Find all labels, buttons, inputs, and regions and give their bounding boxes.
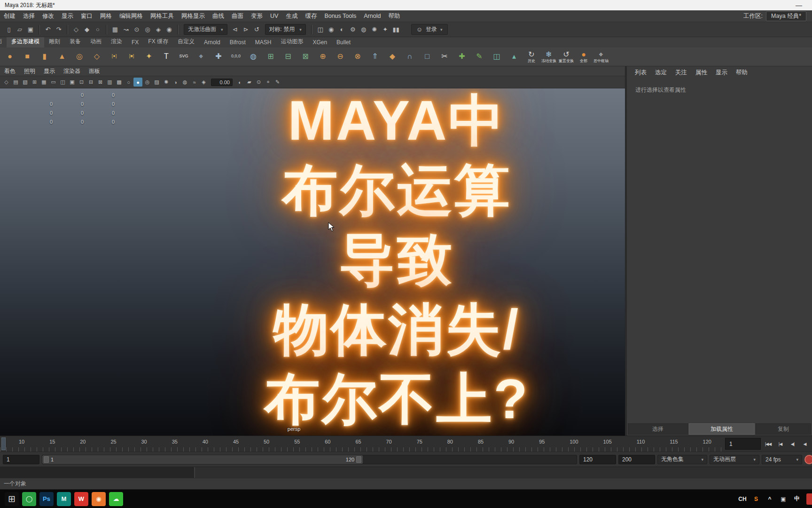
live-surface-dropdown[interactable]: 无激活曲面 ▾ (184, 24, 227, 35)
photoshop-icon[interactable]: Ps (39, 492, 54, 506)
range-slider[interactable]: 1 120 (42, 455, 577, 464)
wireframe-on-shaded-icon[interactable]: ◎ (143, 78, 152, 87)
symmetry-dropdown[interactable]: 对称: 禁用 ▾ (265, 24, 306, 35)
poly-cube-icon[interactable]: ■ (19, 48, 35, 65)
view-transform-icon[interactable]: ▰ (245, 78, 254, 87)
attribute-editor-menu-item[interactable]: 选定 (652, 68, 670, 78)
shelf-tab[interactable]: 雕刻 (44, 37, 65, 48)
copy-tab-button[interactable]: 复制 (756, 423, 811, 435)
boolean-difference-icon[interactable]: ⊖ (332, 48, 348, 65)
gate-mask-icon[interactable]: ▣ (68, 78, 77, 87)
boolean-intersection-icon[interactable]: ⊗ (350, 48, 366, 65)
motion-blur-icon[interactable]: ≈ (190, 78, 199, 87)
extrude-icon[interactable]: ⇑ (367, 48, 383, 65)
shelf-tab[interactable]: Arnold (199, 38, 225, 48)
pan-zoom-icon[interactable]: ⊞ (30, 78, 39, 87)
interactive-cube-icon[interactable]: [■] (124, 48, 140, 65)
ipr-render-icon[interactable]: ◐ (337, 24, 347, 35)
menu-item[interactable]: 修改 (39, 10, 58, 22)
go-to-range-start-button[interactable]: |◀◀ (762, 438, 774, 450)
menu-item[interactable]: Arnold (360, 10, 384, 22)
poly-cone-icon[interactable]: ▲ (54, 48, 70, 65)
construction-history-shelf-icon[interactable]: ↻ 历史 (523, 48, 539, 65)
smooth-mesh-icon[interactable]: ◍ (245, 48, 261, 65)
panel-menu-item[interactable]: 着色 (0, 66, 20, 76)
isolate-select-icon[interactable]: ⊙ (254, 78, 263, 87)
shelf-tab[interactable]: Bifrost (225, 38, 250, 48)
auto-keyframe-button[interactable] (804, 454, 812, 465)
orange-app-icon[interactable]: ◉ (92, 492, 106, 506)
construction-history-icon[interactable]: ↺ (252, 24, 262, 35)
grease-pencil-icon[interactable]: ✎ (273, 78, 282, 87)
shelf-tab[interactable]: 曲面 (0, 37, 7, 48)
attribute-editor-menu-item[interactable]: 关注 (672, 68, 690, 78)
playback-end-field[interactable]: 120 (579, 455, 616, 464)
menu-item[interactable]: Bonus Tools (320, 10, 360, 22)
snapshot-icon[interactable]: ⌖ (264, 78, 273, 87)
snap-to-plane-icon[interactable]: ◈ (153, 24, 164, 35)
snap-to-curve-icon[interactable]: ↝ (121, 24, 131, 35)
menu-item[interactable]: 网格 (96, 10, 116, 22)
menu-item[interactable]: 曲面 (228, 10, 247, 22)
poly-torus-icon[interactable]: ◎ (71, 48, 87, 65)
shelf-tab[interactable]: MASH (250, 38, 276, 48)
minimize-button[interactable]: — (790, 1, 807, 9)
quad-draw-icon[interactable]: ✎ (471, 48, 487, 65)
type-tool-icon[interactable]: T (158, 48, 174, 65)
interactive-sphere-icon[interactable]: [●] (106, 48, 122, 65)
menu-item[interactable]: 选择 (19, 10, 39, 22)
undo-icon[interactable]: ↶ (43, 24, 53, 35)
ambient-occlusion-icon[interactable]: ◍ (180, 78, 189, 87)
super-shape-icon[interactable]: ✦ (141, 48, 157, 65)
step-back-frame-button[interactable]: |◀ (774, 438, 786, 450)
poly-sphere-icon[interactable]: ● (2, 48, 18, 65)
menu-item[interactable]: 变形 (247, 10, 266, 22)
open-scene-icon[interactable]: ▱ (15, 24, 25, 35)
current-time-indicator[interactable] (1, 437, 6, 450)
shelf-tab[interactable]: 渲染 (106, 37, 127, 48)
hud-toggle-icon[interactable]: ▥ (105, 78, 114, 87)
attribute-editor-menu-item[interactable]: 列表 (632, 68, 650, 78)
attribute-editor-menu-item[interactable]: 显示 (712, 68, 731, 78)
current-frame-field[interactable]: 1 (725, 438, 761, 450)
shaded-mode-icon[interactable]: ● (133, 78, 142, 87)
character-set-dropdown[interactable]: 无角色集 ▾ (657, 455, 707, 464)
redo-icon[interactable]: ↷ (54, 24, 64, 35)
select-object-icon[interactable]: ◆ (82, 24, 92, 35)
ime-mode-indicator[interactable]: CH (738, 493, 747, 505)
menu-item[interactable]: UV (266, 10, 282, 22)
shelf-tab[interactable]: FX 缓存 (143, 37, 173, 48)
freeze-transform-icon[interactable]: ❄ 冻结变换 (541, 48, 557, 65)
animation-end-field[interactable]: 200 (618, 455, 655, 464)
workspace-value[interactable]: Maya 经典* (766, 11, 806, 21)
select-component-icon[interactable]: ○ (93, 24, 103, 35)
shelf-tab[interactable]: 动画 (86, 37, 106, 48)
network-icon[interactable]: ▣ (779, 493, 788, 505)
wechat-icon[interactable]: ☁ (109, 492, 123, 506)
menu-item[interactable]: 缓存 (301, 10, 320, 22)
panel-menu-item[interactable]: 渲染器 (59, 66, 85, 76)
wireframe-mode-icon[interactable]: ○ (124, 78, 133, 87)
multi-cut-icon[interactable]: ✂ (437, 48, 453, 65)
hypershade-icon[interactable]: ◍ (359, 24, 369, 35)
quick-render-icon[interactable]: ◉ (326, 24, 336, 35)
save-scene-icon[interactable]: ▣ (25, 24, 36, 35)
panel-menu-item[interactable]: 照明 (20, 66, 39, 76)
move-to-origin-icon[interactable]: 0,0,0 (228, 48, 244, 65)
attribute-editor-menu-item[interactable]: 帮助 (733, 68, 751, 78)
image-plane-icon[interactable]: ▧ (21, 78, 30, 87)
textured-mode-icon[interactable]: ▨ (152, 78, 161, 87)
shelf-tab[interactable]: 多边形建模 (7, 37, 44, 48)
shelf-tab[interactable]: Bullet (332, 38, 355, 48)
mirror-icon[interactable]: ◫ (489, 48, 505, 65)
menu-item[interactable]: 曲线 (209, 10, 228, 22)
render-settings-icon[interactable]: ⚙ (348, 24, 358, 35)
safe-title-icon[interactable]: ⊠ (96, 78, 105, 87)
construction-plane-icon[interactable]: ⌖ (193, 48, 209, 65)
shelf-tab[interactable]: 运动图形 (276, 37, 308, 48)
locator-icon[interactable]: ✚ (211, 48, 226, 65)
snap-to-point-icon[interactable]: ⊙ (132, 24, 142, 35)
lookdev-view-icon[interactable]: ✦ (380, 24, 390, 35)
use-all-lights-icon[interactable]: ✺ (162, 78, 171, 87)
range-end-handle[interactable] (356, 456, 361, 463)
